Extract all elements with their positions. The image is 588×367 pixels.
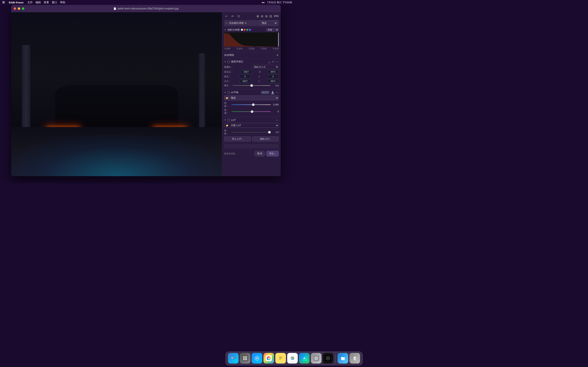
lut-preset-dropdown[interactable]: 内置 LUT bbox=[224, 123, 279, 128]
wb-title: 白平衡 bbox=[231, 91, 238, 94]
cancel-button[interactable]: 取消 bbox=[255, 151, 265, 156]
histogram-channel-select[interactable]: 亮度 bbox=[266, 28, 279, 32]
main-window: 📄 patrik-storm-alstra-pictures-SBq733nQp… bbox=[11, 5, 281, 176]
svg-rect-22 bbox=[246, 46, 246, 47]
lut-more-icon[interactable]: ⋯ bbox=[276, 118, 279, 122]
temp-label: 色温： bbox=[224, 101, 231, 108]
lut-my-button[interactable]: 我的 LUT... bbox=[252, 136, 279, 142]
close-button[interactable] bbox=[14, 7, 16, 10]
histogram-collapse[interactable]: ▼ bbox=[224, 29, 226, 31]
aspect-ratio-dropdown[interactable]: 原始 (3 x 2) bbox=[252, 65, 279, 69]
tint-slider[interactable] bbox=[232, 111, 271, 112]
minimize-button[interactable] bbox=[18, 7, 20, 10]
lut-intensity-slider[interactable] bbox=[232, 132, 271, 133]
menu-view[interactable]: 查看 bbox=[44, 1, 49, 4]
main-content: STORM bbox=[11, 12, 281, 176]
svg-rect-4 bbox=[227, 33, 228, 47]
svg-rect-10 bbox=[233, 39, 234, 47]
app-name[interactable]: RAW Power bbox=[9, 1, 24, 4]
wb-preset-dropdown[interactable]: 预设 bbox=[224, 95, 279, 100]
temp-slider-thumb[interactable] bbox=[252, 103, 255, 106]
svg-rect-1 bbox=[224, 33, 225, 47]
zoom-controls: ⊕ ⊖ ⊜ ⊟ 33% bbox=[256, 14, 279, 18]
wb-auto-badge[interactable]: AUTO bbox=[261, 91, 269, 94]
straighten-label: 摆正： bbox=[224, 84, 231, 87]
crop-checkbox[interactable] bbox=[227, 60, 230, 63]
hist-dot-red[interactable] bbox=[243, 29, 246, 31]
origin-x-icon: x bbox=[259, 75, 260, 78]
histogram-header: ▼ 色阶分布图 亮度 bbox=[224, 28, 279, 32]
lut-intensity-row: 浓度： 1.0 bbox=[224, 129, 279, 135]
bottom-bar: 恢复至原始 取消 导出... bbox=[222, 150, 281, 158]
svg-rect-25 bbox=[249, 46, 250, 47]
menu-edit[interactable]: 编辑 bbox=[35, 1, 41, 4]
preset-dropdown[interactable]: 预设 bbox=[259, 21, 277, 25]
crop-reset-icon[interactable]: ↺ bbox=[272, 60, 274, 63]
menu-help[interactable]: 帮助 bbox=[60, 1, 65, 4]
lut-collapse[interactable]: ▼ bbox=[224, 119, 226, 121]
custom-width-input[interactable] bbox=[241, 70, 252, 74]
lut-title: LUT bbox=[231, 119, 236, 122]
add-adjustment-dropdown[interactable]: ＋ 添加颜外调整 ▾ bbox=[225, 21, 246, 25]
size-height-input[interactable] bbox=[268, 79, 279, 83]
svg-rect-21 bbox=[245, 45, 245, 47]
svg-rect-28 bbox=[251, 46, 252, 47]
crop-collapse[interactable]: ▼ bbox=[224, 60, 226, 63]
size-width-input[interactable] bbox=[240, 79, 251, 83]
wb-eyedropper-icon[interactable]: 🔬 bbox=[271, 91, 274, 94]
zoom-fit-button[interactable]: ⊜ bbox=[264, 14, 268, 18]
lut-checkbox[interactable] bbox=[227, 119, 230, 121]
crop-more-icon[interactable]: ⋯ bbox=[276, 60, 279, 64]
crop-actions: △ ↺ ⋯ bbox=[268, 60, 279, 64]
zoom-out-button[interactable]: ⊖ bbox=[260, 14, 264, 18]
menu-window[interactable]: 窗口 bbox=[52, 1, 57, 4]
maximize-button[interactable] bbox=[22, 7, 24, 10]
svg-rect-13 bbox=[236, 41, 237, 47]
menu-file[interactable]: 文件 bbox=[27, 1, 33, 4]
straighten-slider-thumb[interactable] bbox=[250, 84, 253, 87]
lut-dropdown-wrap: 📁 内置 LUT bbox=[224, 123, 279, 128]
auto-enhance-button[interactable]: ✦ bbox=[276, 53, 279, 57]
wb-checkbox[interactable] bbox=[227, 91, 230, 94]
svg-rect-18 bbox=[242, 45, 242, 47]
lut-intensity-value: 1.0 bbox=[272, 131, 279, 133]
car-scene: STORM bbox=[11, 12, 222, 176]
pillar-left bbox=[22, 45, 30, 127]
wb-more-icon[interactable]: ⋯ bbox=[276, 91, 279, 94]
straighten-slider-track[interactable] bbox=[233, 85, 270, 86]
histogram-title: 色阶分布图 bbox=[227, 28, 240, 32]
temp-slider[interactable] bbox=[232, 104, 271, 105]
compare-icon[interactable]: ⇄ bbox=[230, 14, 235, 18]
tint-slider-thumb[interactable] bbox=[251, 110, 253, 113]
crop-triangle-icon[interactable]: △ bbox=[268, 60, 270, 63]
menubar-clock: 7月31日 周六 下午9:06 bbox=[267, 1, 292, 4]
fullscreen-icon[interactable]: ⊡ bbox=[236, 14, 241, 18]
wb-collapse[interactable]: ▼ bbox=[224, 91, 226, 94]
origin-x-input[interactable] bbox=[240, 75, 251, 78]
history-back-icon[interactable]: ↩ bbox=[224, 14, 229, 18]
restore-label[interactable]: 恢复至原始 bbox=[224, 152, 235, 155]
add-adjustment-bar: ＋ 添加颜外调整 ▾ 预设 bbox=[224, 20, 279, 26]
image-area[interactable]: STORM bbox=[11, 12, 222, 176]
bottom-actions: 取消 导出... bbox=[255, 151, 279, 156]
hist-dot-white[interactable] bbox=[241, 29, 243, 31]
zoom-in-button[interactable]: ⊕ bbox=[256, 14, 260, 18]
zoom-100-button[interactable]: ⊟ bbox=[269, 14, 273, 18]
lut-import-button[interactable]: 导入 LUT... bbox=[224, 136, 251, 142]
svg-rect-19 bbox=[242, 45, 243, 47]
svg-rect-23 bbox=[247, 46, 247, 47]
export-button[interactable]: 导出... bbox=[267, 151, 279, 156]
crop-section-header: ▼ 裁剪并摆正 △ ↺ ⋯ bbox=[224, 60, 279, 64]
lut-intensity-thumb[interactable] bbox=[268, 131, 271, 133]
hist-dot-blue[interactable] bbox=[249, 29, 251, 31]
hist-dot-green[interactable] bbox=[246, 29, 248, 31]
svg-rect-29 bbox=[252, 46, 253, 47]
add-adj-icon: ＋ bbox=[225, 21, 228, 25]
apple-menu[interactable]: ⌘ bbox=[2, 1, 5, 4]
wb-header: ▼ 白平衡 AUTO 🔬 ⋯ bbox=[224, 91, 279, 94]
origin-y-input[interactable] bbox=[268, 75, 279, 78]
size-label: 大小： bbox=[224, 80, 231, 83]
crop-section: ▼ 裁剪并摆正 △ ↺ ⋯ 纵横比： 原始 (3 x 2) bbox=[222, 58, 281, 89]
custom-height-input[interactable] bbox=[268, 70, 279, 74]
zoom-percent: 33% bbox=[274, 15, 279, 17]
